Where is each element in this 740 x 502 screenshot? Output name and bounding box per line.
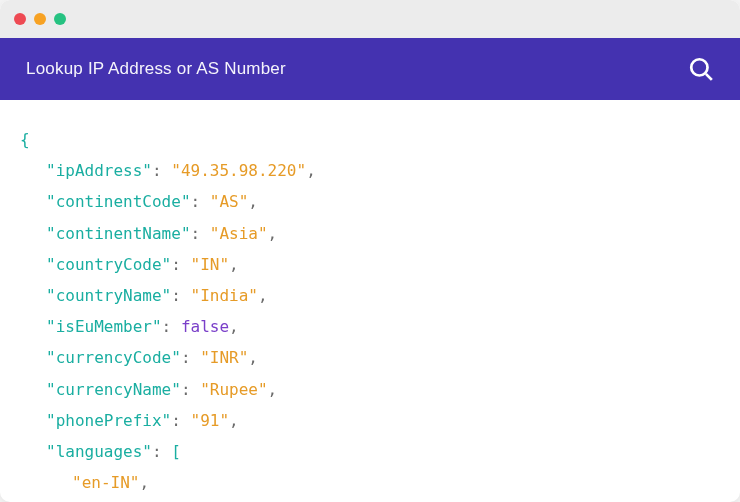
val-countryCode: IN: [200, 255, 219, 274]
search-input[interactable]: [26, 59, 688, 79]
key-currencyCode: currencyCode: [56, 348, 172, 367]
search-icon[interactable]: [688, 56, 714, 82]
maximize-icon[interactable]: [54, 13, 66, 25]
val-continentName: Asia: [219, 224, 258, 243]
val-currencyName: Rupee: [210, 380, 258, 399]
app-window: {"ipAddress": "49.35.98.220","continentC…: [0, 0, 740, 502]
svg-line-1: [706, 74, 712, 80]
val-isEuMember: false: [181, 317, 229, 336]
key-isEuMember: isEuMember: [56, 317, 152, 336]
key-currencyName: currencyName: [56, 380, 172, 399]
json-response-panel: {"ipAddress": "49.35.98.220","continentC…: [0, 100, 740, 502]
key-continentName: continentName: [56, 224, 181, 243]
key-countryCode: countryCode: [56, 255, 162, 274]
key-phonePrefix: phonePrefix: [56, 411, 162, 430]
close-icon[interactable]: [14, 13, 26, 25]
search-bar: [0, 38, 740, 100]
val-phonePrefix: 91: [200, 411, 219, 430]
svg-point-0: [691, 59, 707, 75]
window-controls: [14, 13, 66, 25]
val-countryName: India: [200, 286, 248, 305]
key-continentCode: continentCode: [56, 192, 181, 211]
key-languages: languages: [56, 442, 143, 461]
val-continentCode: AS: [219, 192, 238, 211]
val-currencyCode: INR: [210, 348, 239, 367]
val-ipAddress: 49.35.98.220: [181, 161, 297, 180]
key-countryName: countryName: [56, 286, 162, 305]
minimize-icon[interactable]: [34, 13, 46, 25]
titlebar: [0, 0, 740, 38]
key-ipAddress: ipAddress: [56, 161, 143, 180]
val-languages-0: en-IN: [82, 473, 130, 492]
